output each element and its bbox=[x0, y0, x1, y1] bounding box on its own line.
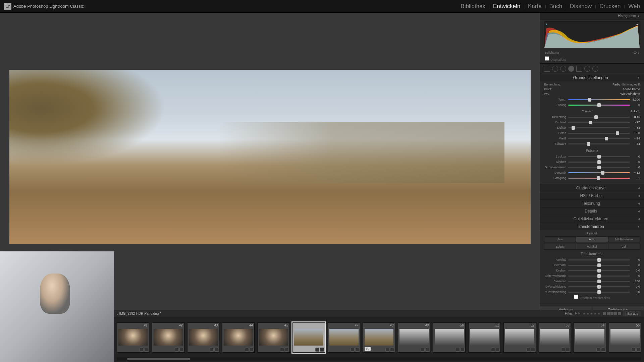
thumbnail[interactable]: 41 bbox=[117, 322, 149, 353]
badge-icon[interactable] bbox=[214, 348, 218, 352]
rating-filter[interactable]: ★★★★★ bbox=[583, 312, 601, 315]
upright-segments-2[interactable]: Ebene Vertikal Voll bbox=[544, 244, 640, 250]
spot-tool-icon[interactable] bbox=[552, 66, 558, 72]
badge-icon[interactable] bbox=[179, 348, 183, 352]
dehaze-slider[interactable]: Dunst entfernen0 bbox=[544, 165, 640, 170]
histogram-header[interactable]: Histogramm▼ bbox=[540, 13, 644, 19]
thumbnail[interactable]: 46 bbox=[292, 322, 325, 353]
badge-icon[interactable] bbox=[315, 348, 319, 352]
module-karte[interactable]: Karte bbox=[528, 3, 542, 10]
wb-row[interactable]: WA:Wie Aufnahme bbox=[544, 92, 640, 96]
brush-tool-icon[interactable] bbox=[592, 66, 598, 72]
stack-badge[interactable]: 10 bbox=[365, 347, 371, 351]
color-label-filter[interactable] bbox=[603, 312, 621, 315]
thumbnail[interactable]: 47 bbox=[328, 322, 360, 353]
thumbnail[interactable]: 52 bbox=[503, 322, 536, 353]
badge-icon[interactable] bbox=[245, 348, 249, 352]
badge-icon[interactable] bbox=[461, 348, 465, 352]
lens-panel-header[interactable]: Objektivkorrekturen◀ bbox=[540, 215, 644, 223]
mask-tool-icon[interactable] bbox=[568, 66, 574, 72]
detail-panel-header[interactable]: Details◀ bbox=[540, 207, 644, 215]
thumbnail[interactable]: 44 bbox=[222, 322, 255, 353]
thumbnail[interactable]: 45 bbox=[257, 322, 290, 353]
auto-tone-button[interactable]: Autom. bbox=[630, 110, 640, 113]
thumbnail[interactable]: 55 bbox=[609, 322, 641, 353]
badge-icon[interactable] bbox=[632, 348, 636, 352]
temp-slider[interactable]: Temp.5.300 bbox=[544, 97, 640, 102]
thumbnail[interactable]: 53 bbox=[539, 322, 571, 353]
module-entwickeln[interactable]: Entwickeln bbox=[493, 3, 520, 10]
badge-icon[interactable] bbox=[351, 348, 355, 352]
badge-icon[interactable] bbox=[320, 348, 324, 352]
original-photo-toggle[interactable]: Originalfoto bbox=[540, 56, 644, 63]
badge-icon[interactable] bbox=[601, 348, 605, 352]
badge-icon[interactable] bbox=[390, 348, 394, 352]
redeye-tool-icon[interactable] bbox=[560, 66, 566, 72]
upright-auto[interactable]: Auto bbox=[576, 236, 608, 242]
badge-icon[interactable] bbox=[250, 348, 254, 352]
transform-rotate-slider[interactable]: Drehen0,0 bbox=[544, 268, 640, 273]
transform-yoffset-slider[interactable]: Y-Verschiebung0,0 bbox=[544, 289, 640, 295]
shadows-slider[interactable]: Tiefen+ 60 bbox=[544, 130, 640, 136]
badge-icon[interactable] bbox=[531, 348, 535, 352]
thumbnail[interactable]: 49 bbox=[398, 322, 430, 353]
badge-icon[interactable] bbox=[561, 348, 565, 352]
treatment-bw[interactable]: Schwarzweiß bbox=[622, 83, 640, 86]
thumbnail[interactable]: 54 bbox=[574, 322, 606, 353]
badge-icon[interactable] bbox=[385, 348, 389, 352]
module-web[interactable]: Web bbox=[628, 3, 640, 10]
transform-vertical-slider[interactable]: Vertikal0 bbox=[544, 257, 640, 262]
module-drucken[interactable]: Drucken bbox=[599, 3, 621, 10]
badge-icon[interactable] bbox=[285, 348, 289, 352]
exposure-slider[interactable]: Belichtung- 0,46 bbox=[544, 114, 640, 120]
flag-filter-icon[interactable]: ⚑ bbox=[575, 312, 578, 315]
thumbnail[interactable]: 4810 bbox=[363, 322, 395, 353]
upright-vertical[interactable]: Vertikal bbox=[576, 244, 608, 250]
transform-panel-header[interactable]: Transformieren▼ bbox=[540, 223, 644, 230]
badge-icon[interactable] bbox=[175, 348, 179, 352]
clarity-slider[interactable]: Klarheit0 bbox=[544, 159, 640, 165]
crop-tool-icon[interactable] bbox=[544, 66, 550, 72]
thumbnail[interactable]: 50 bbox=[433, 322, 466, 353]
thumbnail[interactable]: 43 bbox=[187, 322, 220, 353]
badge-icon[interactable] bbox=[210, 348, 214, 352]
basic-panel-header[interactable]: Grundeinstellungen▼ bbox=[540, 74, 644, 81]
original-checkbox[interactable] bbox=[545, 56, 549, 61]
upright-full[interactable]: Voll bbox=[608, 244, 640, 250]
badge-icon[interactable] bbox=[355, 348, 359, 352]
module-bibliothek[interactable]: Bibliothek bbox=[461, 3, 485, 10]
grad-tool-icon[interactable] bbox=[576, 66, 582, 72]
transform-horizontal-slider[interactable]: Horizontal0 bbox=[544, 262, 640, 268]
badge-icon[interactable] bbox=[144, 348, 148, 352]
texture-slider[interactable]: Struktur0 bbox=[544, 154, 640, 159]
photo-preview[interactable] bbox=[9, 70, 531, 244]
filmstrip-scrollbar[interactable] bbox=[117, 357, 641, 361]
profile-row[interactable]: Profil:Adobe Farbe bbox=[544, 87, 640, 91]
badge-icon[interactable] bbox=[456, 348, 460, 352]
upright-level[interactable]: Ebene bbox=[544, 244, 576, 250]
upright-segments-1[interactable]: Aus Auto Mit Hilfslinien bbox=[544, 236, 640, 242]
badge-icon[interactable] bbox=[496, 348, 500, 352]
transform-scale-slider[interactable]: Skalieren100 bbox=[544, 279, 640, 284]
tint-slider[interactable]: Tönung0 bbox=[544, 102, 640, 108]
histogram[interactable]: ▲ ▲ bbox=[544, 21, 640, 48]
vibrance-slider[interactable]: Dynamik+ 12 bbox=[544, 170, 640, 175]
tone-curve-panel-header[interactable]: Gradationskurve◀ bbox=[540, 184, 644, 192]
upright-off[interactable]: Aus bbox=[544, 236, 576, 242]
module-buch[interactable]: Buch bbox=[549, 3, 562, 10]
module-diashow[interactable]: Diashow bbox=[570, 3, 592, 10]
badge-icon[interactable] bbox=[526, 348, 530, 352]
shadow-clip-icon[interactable]: ▲ bbox=[545, 22, 548, 26]
radial-tool-icon[interactable] bbox=[584, 66, 590, 72]
hsl-panel-header[interactable]: HSL / Farbe◀ bbox=[540, 192, 644, 199]
badge-icon[interactable] bbox=[566, 348, 570, 352]
badge-icon[interactable] bbox=[280, 348, 284, 352]
transform-aspect-slider[interactable]: Seitenverhältnis0 bbox=[544, 273, 640, 279]
upright-guided[interactable]: Mit Hilfslinien bbox=[608, 236, 640, 242]
treatment-color[interactable]: Farbe bbox=[612, 83, 621, 86]
flag-reject-icon[interactable]: ⚑ bbox=[578, 312, 581, 315]
split-toning-panel-header[interactable]: Teiltonung◀ bbox=[540, 200, 644, 207]
badge-icon[interactable] bbox=[140, 348, 144, 352]
badge-icon[interactable] bbox=[491, 348, 495, 352]
contrast-slider[interactable]: Kontrast- 27 bbox=[544, 120, 640, 125]
